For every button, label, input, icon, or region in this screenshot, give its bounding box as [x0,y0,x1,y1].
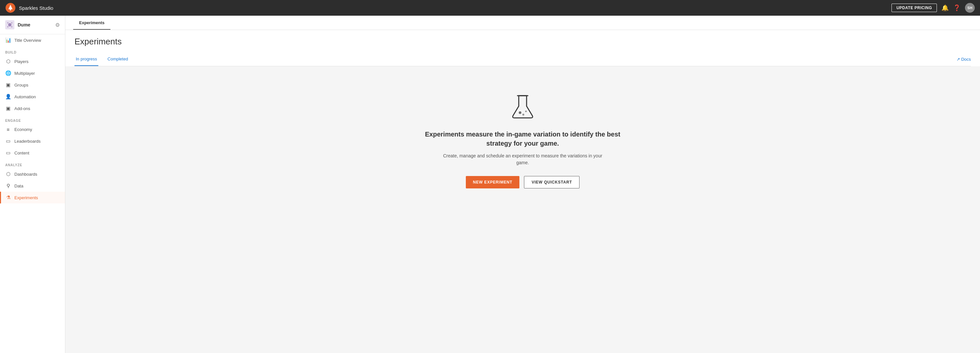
leaderboards-icon: ▭ [5,138,11,144]
sidebar-item-groups[interactable]: ▣ Groups [0,79,65,91]
multiplayer-icon: 🌐 [5,70,11,76]
app-title: Sparkles Studio [19,5,891,11]
empty-state-heading: Experiments measure the in-game variatio… [425,130,620,148]
top-navbar: Sparkles Studio UPDATE PRICING 🔔 ❓ SH [0,0,980,16]
sidebar-section-analyze: ANALYZE [0,159,65,168]
help-icon[interactable]: ❓ [953,4,960,11]
main-tab-bar: Experiments [65,16,980,30]
view-quickstart-button[interactable]: VIEW QUICKSTART [524,176,579,188]
sidebar-item-multiplayer-label: Multiplayer [14,71,35,76]
sidebar-item-leaderboards[interactable]: ▭ Leaderboards [0,135,65,147]
tab-completed[interactable]: Completed [106,52,129,66]
svg-point-2 [10,9,11,10]
sidebar-header: Dume ⚙ [0,16,65,34]
experiments-icon: ⚗ [5,195,11,200]
sidebar-item-groups-label: Groups [14,83,29,87]
content-icon: ▭ [5,150,11,156]
sidebar-section-build: BUILD [0,46,65,56]
main-tab-experiments[interactable]: Experiments [73,16,110,30]
sidebar-item-multiplayer[interactable]: 🌐 Multiplayer [0,67,65,79]
sidebar-item-content-label: Content [14,151,29,156]
sidebar-item-dashboards[interactable]: ⬡ Dashboards [0,168,65,180]
groups-icon: ▣ [5,82,11,88]
tab-in-progress[interactable]: In progress [75,52,98,66]
sidebar-item-experiments[interactable]: ⚗ Experiments [0,192,65,204]
update-pricing-button[interactable]: UPDATE PRICING [891,3,937,12]
economy-icon: ≡ [5,127,11,132]
sidebar-item-content[interactable]: ▭ Content [0,147,65,159]
svg-point-4 [8,23,11,27]
page-title: Experiments [75,37,971,47]
flask-illustration [510,92,536,122]
sidebar-item-data[interactable]: ⚲ Data [0,180,65,192]
sidebar-item-automation-label: Automation [14,94,36,99]
players-icon: ⬡ [5,59,11,64]
project-icon [5,20,14,29]
sidebar-item-economy[interactable]: ≡ Economy [0,124,65,135]
sidebar-section-engage: ENGAGE [0,114,65,124]
app-logo [5,3,16,13]
settings-icon[interactable]: ⚙ [55,22,60,28]
sidebar: Dume ⚙ 📊 Title Overview BUILD ⬡ Players … [0,16,65,353]
svg-point-9 [519,111,521,114]
sidebar-item-players[interactable]: ⬡ Players [0,56,65,67]
svg-point-8 [11,26,13,27]
sidebar-item-leaderboards-label: Leaderboards [14,139,40,144]
svg-point-11 [525,111,527,112]
addons-icon: ▣ [5,105,11,111]
new-experiment-button[interactable]: NEW EXPERIMENT [466,176,520,188]
empty-state-subtext: Create, manage and schedule an experimen… [441,153,605,166]
sidebar-item-automation[interactable]: 👤 Automation [0,91,65,103]
notifications-icon[interactable]: 🔔 [942,4,949,11]
sidebar-item-experiments-label: Experiments [14,195,38,200]
user-avatar[interactable]: SH [965,3,975,13]
sidebar-item-economy-label: Economy [14,127,32,132]
dashboards-icon: ⬡ [5,171,11,177]
main-content: Experiments Experiments In progress Comp… [65,16,980,353]
sidebar-item-players-label: Players [14,59,29,64]
project-name: Dume [18,22,55,27]
sidebar-item-dashboards-label: Dashboards [14,172,37,176]
topnav-actions: UPDATE PRICING 🔔 ❓ SH [891,3,975,13]
svg-point-6 [11,22,13,24]
empty-state-actions: NEW EXPERIMENT VIEW QUICKSTART [466,176,579,188]
page-header: Experiments In progress Completed ↗ Docs [65,30,980,66]
empty-state: Experiments measure the in-game variatio… [65,66,980,215]
sidebar-item-addons-label: Add-ons [14,106,30,111]
sidebar-title-overview-label: Title Overview [14,38,41,43]
automation-icon: 👤 [5,94,11,100]
svg-point-5 [7,22,8,24]
svg-point-7 [7,26,8,27]
data-icon: ⚲ [5,183,11,189]
bar-chart-icon: 📊 [5,37,11,43]
docs-link[interactable]: ↗ Docs [956,57,971,62]
svg-point-10 [522,114,524,116]
sidebar-item-title-overview[interactable]: 📊 Title Overview [0,34,65,46]
sidebar-item-data-label: Data [14,183,23,188]
sidebar-item-add-ons[interactable]: ▣ Add-ons [0,103,65,114]
